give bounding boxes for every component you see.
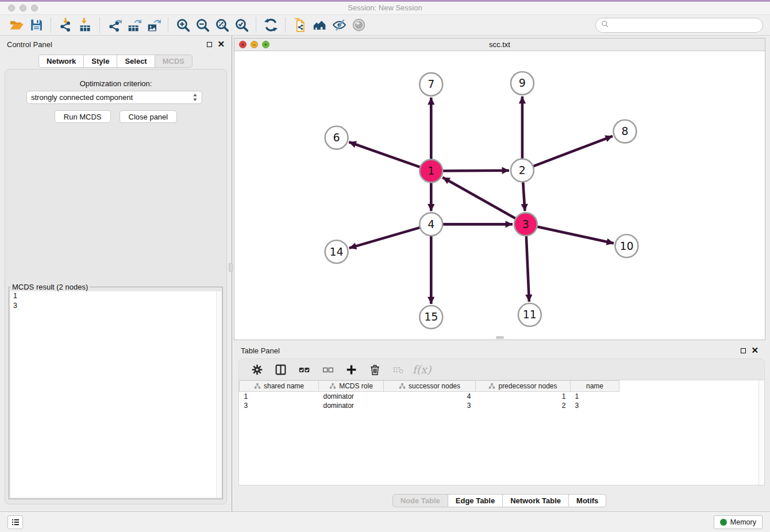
graph-node-9[interactable]: 9 — [511, 72, 534, 95]
tab-mcds[interactable]: MCDS — [155, 55, 192, 68]
table-row[interactable]: 1dominator411 — [240, 392, 619, 401]
tab-network-table[interactable]: Network Table — [502, 494, 569, 507]
tab-select[interactable]: Select — [117, 55, 155, 68]
log-console-button[interactable] — [7, 515, 23, 529]
open-session-button[interactable] — [7, 17, 26, 34]
node-label: 3 — [522, 218, 529, 230]
table-cell[interactable]: 1 — [571, 392, 619, 401]
table-scrollbar[interactable] — [759, 380, 764, 485]
column-header-MCDS-role[interactable]: MCDS role — [319, 381, 384, 392]
graph-node-11[interactable]: 11 — [518, 303, 541, 326]
graph-node-3[interactable]: 3 — [514, 213, 537, 236]
table-cell[interactable]: 1 — [240, 392, 319, 401]
tab-network[interactable]: Network — [38, 55, 84, 68]
home-button[interactable] — [310, 17, 329, 34]
attribute-icon — [488, 383, 495, 390]
close-panel-button[interactable]: Close panel — [120, 110, 178, 123]
frame-maximize-button[interactable]: + — [262, 41, 270, 48]
network-frame-titlebar[interactable]: × − + scc.txt — [234, 38, 765, 51]
frame-minimize-button[interactable]: − — [251, 41, 258, 48]
column-header-name[interactable]: name — [571, 381, 619, 392]
node-label: 15 — [424, 310, 438, 323]
node-label: 10 — [619, 240, 633, 252]
search-box[interactable] — [595, 18, 763, 33]
close-window-button[interactable] — [8, 5, 15, 11]
deselect-all-button[interactable] — [320, 362, 335, 377]
close-panel-icon[interactable]: ✕ — [217, 41, 225, 47]
toolbar-separator — [256, 18, 256, 33]
network-graph[interactable]: 7968124314101511 — [234, 51, 765, 340]
graph-edge-1-6[interactable] — [349, 142, 431, 171]
export-image-button[interactable] — [144, 17, 163, 34]
run-mcds-button[interactable]: Run MCDS — [55, 110, 111, 123]
export-table-button[interactable] — [124, 17, 144, 34]
graph-node-6[interactable]: 6 — [325, 126, 348, 149]
zoom-selected-button[interactable] — [232, 17, 251, 34]
result-scrollbar[interactable] — [216, 291, 221, 498]
float-panel-icon[interactable] — [207, 42, 212, 47]
node-label: 14 — [330, 245, 344, 258]
graph-node-4[interactable]: 4 — [419, 213, 442, 236]
search-input[interactable] — [610, 19, 763, 32]
graph-node-1[interactable]: 1 — [419, 160, 442, 183]
column-header-successor-nodes[interactable]: successor nodes — [384, 381, 476, 392]
zoom-fit-button[interactable] — [212, 17, 232, 34]
column-header-predecessor-nodes[interactable]: predecessor nodes — [476, 381, 571, 392]
table-cell[interactable]: dominator — [319, 392, 384, 401]
toolbar-separator — [51, 18, 51, 33]
float-table-panel-icon[interactable] — [741, 348, 746, 353]
zoom-out-button[interactable] — [192, 17, 212, 34]
frame-close-button[interactable]: × — [239, 41, 247, 48]
optimization-criterion-select[interactable]: strongly connected component — [26, 91, 202, 104]
graph-node-14[interactable]: 14 — [325, 240, 348, 263]
apply-layout-button[interactable] — [261, 17, 280, 34]
table-cell[interactable]: dominator — [319, 401, 384, 410]
graph-node-2[interactable]: 2 — [511, 159, 534, 182]
show-columns-button[interactable] — [273, 362, 288, 377]
table-cell[interactable]: 4 — [384, 392, 476, 401]
graph-node-15[interactable]: 15 — [419, 306, 442, 329]
tab-motifs[interactable]: Motifs — [568, 494, 606, 507]
graph-node-7[interactable]: 7 — [419, 73, 442, 96]
tab-node-table[interactable]: Node Table — [392, 494, 448, 507]
select-all-button[interactable] — [297, 362, 311, 377]
table-cell[interactable]: 2 — [476, 401, 571, 410]
canvas-grip[interactable] — [496, 336, 504, 339]
delete-columns-button[interactable] — [367, 362, 382, 377]
import-network-button[interactable] — [56, 17, 75, 34]
minimize-window-button[interactable] — [20, 5, 26, 11]
table-panel-title: Table Panel — [241, 346, 280, 355]
maximize-window-button[interactable] — [31, 5, 38, 11]
graph-node-10[interactable]: 10 — [615, 234, 638, 257]
column-header-shared-name[interactable]: shared name — [240, 381, 319, 392]
export-network-button[interactable] — [105, 17, 124, 34]
gray-ball-icon — [352, 18, 366, 32]
save-session-button[interactable] — [26, 17, 46, 34]
graph-edge-3-10[interactable] — [526, 224, 614, 243]
graph-node-8[interactable]: 8 — [614, 120, 637, 143]
table-row[interactable]: 3dominator323 — [240, 401, 619, 410]
table-cell[interactable]: 3 — [571, 401, 619, 410]
memory-button[interactable]: Memory — [714, 515, 763, 529]
zoom-in-button[interactable] — [173, 17, 192, 34]
window-title: Session: New Session — [0, 2, 770, 14]
network-canvas[interactable]: 7968124314101511 — [234, 51, 765, 340]
table-cell[interactable]: 3 — [384, 401, 476, 410]
mcds-result-textarea[interactable]: 13 — [10, 291, 221, 498]
splitter-grip[interactable] — [229, 263, 233, 272]
tab-style[interactable]: Style — [83, 55, 117, 68]
table-cell[interactable]: 3 — [240, 401, 319, 410]
import-table-button[interactable] — [75, 17, 95, 34]
table-cell[interactable]: 1 — [476, 392, 571, 401]
graph-edge-2-8[interactable] — [522, 136, 613, 171]
close-table-panel-icon[interactable]: ✕ — [751, 348, 759, 353]
graph-edge-4-14[interactable] — [349, 224, 432, 248]
graph-edge-3-1[interactable] — [442, 178, 526, 225]
table-settings-button[interactable] — [249, 362, 264, 377]
select-stepper-icon — [192, 93, 198, 102]
tab-edge-table[interactable]: Edge Table — [448, 494, 503, 507]
hide-unhide-button[interactable] — [329, 17, 349, 34]
add-column-button[interactable] — [344, 362, 359, 377]
import-network-icon — [59, 18, 73, 32]
network-overview-button[interactable] — [290, 17, 310, 34]
